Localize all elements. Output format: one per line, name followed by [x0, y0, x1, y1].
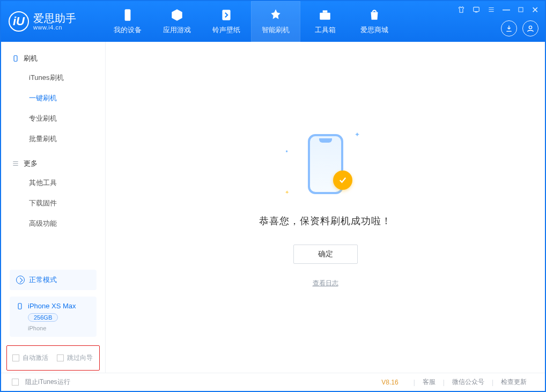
download-icon	[505, 24, 513, 33]
app-window: iU 爱思助手 www.i4.cn 我的设备 应用游戏 铃声壁纸 智能刷机	[0, 0, 546, 392]
svg-rect-3	[323, 10, 328, 12]
check-badge-icon	[333, 171, 352, 190]
header-tabs: 我的设备 应用游戏 铃声壁纸 智能刷机 工具箱 爱思商城	[103, 1, 399, 42]
sidebar-group-more[interactable]: 更多	[1, 154, 105, 173]
sidebar-item-other-tools[interactable]: 其他工具	[1, 173, 105, 193]
device-name: iPhone XS Max	[28, 302, 76, 310]
checkbox-icon	[57, 354, 64, 361]
sparkle-icon: ✦	[285, 189, 289, 195]
check-update-link[interactable]: 检查更新	[493, 378, 534, 387]
minimize-button[interactable]: —	[503, 5, 510, 14]
skip-guide-label: 跳过向导	[67, 353, 93, 363]
flash-icon	[269, 8, 283, 22]
user-icon	[526, 24, 535, 33]
sidebar-item-itunes-flash[interactable]: iTunes刷机	[1, 68, 105, 88]
tshirt-icon[interactable]	[458, 6, 465, 13]
device-capacity-badge: 256GB	[28, 313, 58, 322]
highlighted-options: 自动激活 跳过向导	[6, 345, 100, 371]
svg-rect-2	[320, 13, 330, 20]
main-content: ✦ ✦ • 恭喜您，保资料刷机成功啦！ 确定 查看日志	[106, 42, 545, 373]
tab-label: 我的设备	[114, 25, 142, 35]
svg-rect-8	[18, 303, 21, 309]
brand-subtitle: www.i4.cn	[33, 24, 76, 31]
shop-icon	[367, 8, 381, 22]
header-right: — ✕	[458, 1, 545, 42]
auto-activate-label: 自动激活	[23, 353, 48, 363]
window-controls-row: — ✕	[458, 4, 538, 15]
sparkle-icon: ✦	[355, 131, 360, 138]
brand-logo-icon: iU	[9, 11, 29, 32]
brand-title: 爱思助手	[33, 12, 76, 24]
device-mode-card[interactable]: 正常模式	[10, 270, 97, 290]
svg-rect-7	[14, 56, 17, 62]
sidebar-item-download-firmware[interactable]: 下载固件	[1, 193, 105, 213]
sidebar-item-batch-flash[interactable]: 批量刷机	[1, 129, 105, 149]
svg-rect-0	[125, 9, 131, 21]
feedback-icon[interactable]	[473, 6, 480, 13]
header: iU 爱思助手 www.i4.cn 我的设备 应用游戏 铃声壁纸 智能刷机	[1, 1, 545, 42]
tab-label: 爱思商城	[360, 25, 388, 35]
tab-toolbox[interactable]: 工具箱	[300, 1, 350, 42]
body: 刷机 iTunes刷机 一键刷机 专业刷机 批量刷机 更多 其他工具 下载固件 …	[1, 42, 545, 373]
user-button[interactable]	[522, 20, 538, 36]
mode-label: 正常模式	[29, 275, 57, 285]
svg-rect-5	[519, 8, 523, 12]
sidebar: 刷机 iTunes刷机 一键刷机 专业刷机 批量刷机 更多 其他工具 下载固件 …	[1, 42, 106, 373]
svg-point-6	[529, 26, 532, 28]
phone-outline-icon	[12, 55, 19, 62]
skip-guide-checkbox[interactable]: 跳过向导	[57, 353, 93, 363]
ringtone-icon	[219, 8, 233, 22]
device-card[interactable]: iPhone XS Max 256GB iPhone	[10, 297, 97, 337]
maximize-button[interactable]	[518, 6, 524, 13]
statusbar: 阻止iTunes运行 V8.16 | 客服 | 微信公众号 | 检查更新	[1, 373, 545, 391]
auto-activate-checkbox[interactable]: 自动激活	[12, 353, 48, 363]
version-label: V8.16	[381, 379, 398, 386]
device-icon	[121, 8, 135, 22]
tab-label: 应用游戏	[163, 25, 191, 35]
sidebar-group-label: 刷机	[24, 54, 38, 63]
checkbox-icon	[12, 354, 19, 361]
ok-button[interactable]: 确定	[293, 245, 358, 264]
sidebar-item-advanced[interactable]: 高级功能	[1, 213, 105, 234]
tab-my-device[interactable]: 我的设备	[103, 1, 152, 42]
tab-label: 智能刷机	[262, 25, 290, 35]
tab-shop[interactable]: 爱思商城	[350, 1, 399, 42]
sync-icon	[16, 276, 25, 284]
wechat-link[interactable]: 微信公众号	[445, 378, 492, 387]
tab-ringtone[interactable]: 铃声壁纸	[202, 1, 251, 42]
sidebar-item-oneclick-flash[interactable]: 一键刷机	[1, 88, 105, 108]
list-icon	[12, 160, 19, 167]
toolbox-icon	[318, 8, 332, 22]
status-links: | 客服 | 微信公众号 | 检查更新	[414, 378, 534, 387]
sidebar-group-label: 更多	[24, 159, 38, 168]
brand: iU 爱思助手 www.i4.cn	[1, 1, 103, 42]
tab-label: 铃声壁纸	[212, 25, 240, 35]
sparkle-icon: •	[286, 148, 288, 156]
svg-rect-1	[222, 10, 230, 20]
success-illustration: ✦ ✦ •	[288, 127, 363, 202]
view-log-link[interactable]: 查看日志	[313, 279, 338, 288]
success-message: 恭喜您，保资料刷机成功啦！	[259, 215, 392, 227]
phone-small-icon	[16, 302, 24, 310]
device-type: iPhone	[28, 325, 90, 331]
sidebar-item-pro-flash[interactable]: 专业刷机	[1, 108, 105, 129]
customer-service-link[interactable]: 客服	[415, 378, 443, 387]
tab-label: 工具箱	[315, 25, 336, 35]
checkbox-icon	[12, 379, 19, 386]
menu-icon[interactable]	[488, 6, 495, 13]
block-itunes-checkbox[interactable]: 阻止iTunes运行	[12, 378, 70, 387]
sidebar-group-flash[interactable]: 刷机	[1, 49, 105, 68]
close-button[interactable]: ✕	[532, 5, 538, 15]
svg-rect-4	[474, 7, 479, 11]
apps-icon	[170, 8, 184, 22]
tab-flash[interactable]: 智能刷机	[251, 1, 300, 42]
block-itunes-label: 阻止iTunes运行	[25, 378, 70, 387]
download-button[interactable]	[501, 20, 517, 36]
tab-apps[interactable]: 应用游戏	[152, 1, 202, 42]
